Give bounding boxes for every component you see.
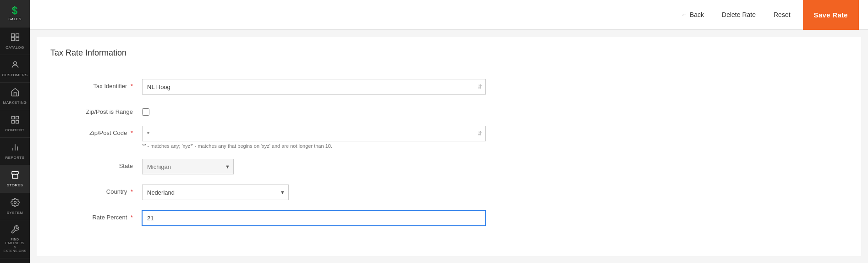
- zip-code-field: ⇵ '*' - matches any; 'xyz*' - matches an…: [142, 126, 486, 149]
- country-label: Country *: [50, 185, 142, 195]
- svg-rect-5: [11, 116, 14, 119]
- sidebar-item-label-sales: SALES: [8, 17, 21, 22]
- marketing-icon: [11, 88, 20, 99]
- svg-rect-1: [16, 34, 19, 37]
- tax-identifier-input[interactable]: [142, 79, 486, 95]
- country-select-wrapper: Nederland Germany France Belgium United …: [142, 185, 289, 200]
- country-field: Nederland Germany France Belgium United …: [142, 185, 486, 200]
- sales-icon: 💲: [10, 6, 20, 16]
- delete-rate-button[interactable]: Delete Rate: [716, 7, 761, 22]
- zip-range-label: Zip/Post is Range: [50, 105, 142, 115]
- back-button[interactable]: ← Back: [676, 7, 709, 22]
- zip-code-label: Zip/Post Code *: [50, 126, 142, 136]
- svg-rect-7: [11, 120, 14, 123]
- sidebar: 💲 SALES CATALOG CUSTOMERS MARKETING CONT…: [0, 0, 30, 263]
- sidebar-item-label-system: SYSTEM: [7, 211, 23, 215]
- sidebar-item-label-marketing: MARKETING: [3, 101, 27, 105]
- country-row: Country * Nederland Germany France Belgi…: [50, 185, 847, 200]
- svg-rect-8: [16, 120, 18, 123]
- sidebar-item-label-customers: CUSTOMERS: [2, 73, 27, 78]
- tax-identifier-row: Tax Identifier * ⇵: [50, 79, 847, 95]
- state-label: State: [50, 159, 142, 169]
- sidebar-item-marketing[interactable]: MARKETING: [0, 83, 30, 110]
- country-select[interactable]: Nederland Germany France Belgium United …: [142, 185, 289, 200]
- rate-percent-field: [142, 210, 486, 226]
- zip-sort-icon: ⇵: [478, 130, 482, 137]
- catalog-icon: [11, 33, 20, 44]
- reset-label: Reset: [774, 11, 791, 18]
- back-label: Back: [690, 11, 704, 18]
- sidebar-item-system[interactable]: SYSTEM: [0, 193, 30, 220]
- section-title: Tax Rate Information: [50, 48, 847, 65]
- sidebar-item-find-partners[interactable]: FIND PARTNERS& EXTENSIONS: [0, 220, 30, 258]
- system-icon: [11, 198, 20, 209]
- tax-identifier-field: ⇵: [142, 79, 486, 95]
- zip-code-hint: '*' - matches any; 'xyz*' - matches any …: [142, 143, 486, 149]
- sidebar-item-label-catalog: CATALOG: [5, 45, 24, 50]
- tax-identifier-required: *: [131, 83, 133, 90]
- tax-identifier-label: Tax Identifier *: [50, 79, 142, 90]
- find-partners-icon: [11, 225, 20, 236]
- country-required: *: [131, 188, 133, 195]
- svg-rect-6: [16, 116, 18, 119]
- state-row: State Michigan California New York Texas…: [50, 159, 847, 174]
- svg-point-12: [14, 201, 16, 203]
- sidebar-item-stores[interactable]: STORES: [0, 165, 30, 193]
- svg-rect-3: [16, 38, 19, 41]
- sidebar-item-sales[interactable]: 💲 SALES: [0, 0, 30, 28]
- rate-percent-row: Rate Percent *: [50, 210, 847, 226]
- delete-rate-label: Delete Rate: [722, 11, 756, 18]
- back-arrow-icon: ←: [681, 11, 687, 18]
- state-field: Michigan California New York Texas Flori…: [142, 159, 486, 174]
- rate-percent-input[interactable]: [142, 210, 486, 226]
- zip-code-row: Zip/Post Code * ⇵ '*' - matches any; 'xy…: [50, 126, 847, 149]
- state-select-wrapper: Michigan California New York Texas Flori…: [142, 159, 234, 174]
- zip-range-row: Zip/Post is Range: [50, 105, 847, 116]
- rate-percent-required: *: [131, 214, 133, 221]
- sidebar-item-label-find-partners: FIND PARTNERS& EXTENSIONS: [2, 238, 27, 253]
- sort-icon: ⇵: [478, 84, 482, 90]
- save-rate-button[interactable]: Save Rate: [803, 0, 859, 30]
- content-icon: [11, 115, 20, 127]
- rate-percent-label: Rate Percent *: [50, 210, 142, 221]
- zip-code-input-wrapper: ⇵: [142, 126, 486, 141]
- sidebar-item-reports[interactable]: REPORTS: [0, 138, 30, 165]
- zip-range-checkbox[interactable]: [142, 108, 149, 116]
- state-select[interactable]: Michigan California New York Texas Flori…: [142, 159, 234, 174]
- form-content: Tax Rate Information Tax Identifier * ⇵ …: [37, 37, 861, 256]
- sidebar-item-label-stores: STORES: [7, 183, 23, 188]
- zip-code-required: *: [131, 129, 133, 136]
- sidebar-item-customers[interactable]: CUSTOMERS: [0, 55, 30, 83]
- svg-point-4: [13, 62, 16, 65]
- zip-range-field: [142, 105, 486, 116]
- sidebar-item-label-reports: REPORTS: [5, 156, 24, 160]
- zip-code-input[interactable]: [142, 126, 486, 141]
- svg-rect-0: [11, 34, 14, 37]
- tax-identifier-input-wrapper: ⇵: [142, 79, 486, 95]
- zip-range-checkbox-wrapper: [142, 105, 486, 116]
- svg-rect-2: [11, 38, 14, 41]
- sidebar-item-label-content: CONTENT: [5, 128, 24, 133]
- sidebar-item-catalog[interactable]: CATALOG: [0, 28, 30, 55]
- stores-icon: [11, 170, 20, 182]
- customers-icon: [11, 60, 20, 72]
- topbar: ← Back Delete Rate Reset Save Rate: [30, 0, 868, 30]
- main-content: ← Back Delete Rate Reset Save Rate Tax R…: [30, 0, 868, 263]
- sidebar-item-content[interactable]: CONTENT: [0, 110, 30, 138]
- save-rate-label: Save Rate: [814, 11, 848, 19]
- reports-icon: [11, 143, 20, 154]
- reset-button[interactable]: Reset: [768, 7, 796, 22]
